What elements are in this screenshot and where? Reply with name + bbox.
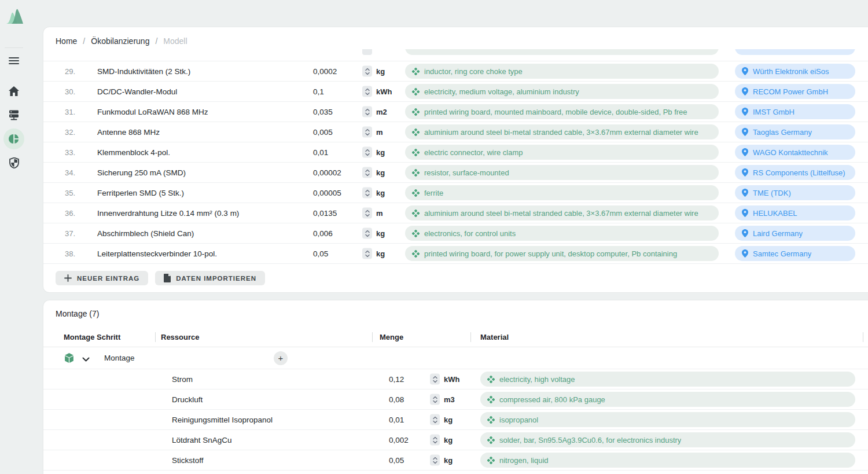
material-pill[interactable]: electric connector, wire clamp [405, 145, 719, 160]
material-diamonds-icon [412, 108, 420, 116]
add-resource-button[interactable]: + [274, 351, 288, 365]
quantity-stepper[interactable] [362, 66, 372, 77]
material-diamonds-icon [412, 128, 420, 136]
supplier-pill[interactable]: Samtec Germany [735, 246, 855, 261]
quantity-value[interactable]: 0,006 [313, 229, 333, 238]
montage-group-name[interactable]: Montage [104, 354, 135, 362]
quantity-stepper[interactable] [362, 248, 372, 259]
component-name[interactable]: DC/DC-Wandler-Modul [97, 87, 177, 96]
material-pill[interactable]: printed wiring board, mounted mainboard,… [405, 104, 719, 119]
new-entry-button[interactable]: NEUER EINTRAG [56, 271, 148, 285]
material-pill[interactable]: electricity, high voltage [480, 372, 855, 387]
quantity-value[interactable]: 0,005 [313, 128, 333, 137]
quantity-stepper[interactable] [362, 147, 372, 158]
quantity-value[interactable]: 0,08 [389, 395, 404, 404]
quantity-stepper[interactable] [430, 374, 440, 385]
quantity-stepper[interactable] [362, 167, 372, 178]
quantity-stepper[interactable] [430, 414, 440, 425]
material-diamonds-icon [412, 169, 420, 177]
quantity-value[interactable]: 0,05 [389, 456, 404, 465]
pie-chart-icon[interactable] [0, 128, 28, 149]
material-pill[interactable]: electricity, medium voltage, aluminium i… [405, 84, 719, 99]
material-pill[interactable]: electronics, for control units [405, 226, 719, 241]
supplier-pill[interactable]: Taoglas Germany [735, 124, 855, 139]
quantity-stepper[interactable] [430, 435, 440, 446]
quantity-stepper[interactable] [362, 86, 372, 97]
breadcrumb-section[interactable]: Ökobilanzierung [91, 36, 149, 46]
material-pill[interactable]: nitrogen, liquid [480, 453, 855, 468]
chevron-down-icon[interactable] [82, 354, 90, 365]
quantity-value[interactable]: 0,002 [389, 436, 409, 444]
material-pill[interactable]: ferrite [405, 185, 719, 200]
material-diamonds-icon [487, 457, 495, 464]
shield-icon[interactable] [0, 152, 28, 173]
material-diamonds-icon [412, 189, 420, 197]
unit-label: kg [376, 249, 385, 258]
component-name[interactable]: Funkmodul LoRaWAN 868 MHz [97, 108, 208, 116]
resource-name[interactable]: Lötdraht SnAgCu [172, 436, 232, 444]
app-logo[interactable] [4, 5, 26, 27]
quantity-value[interactable]: 0,01 [389, 416, 404, 424]
component-name[interactable]: Abschirmblech (Shield Can) [97, 229, 194, 238]
quantity-stepper[interactable] [362, 228, 372, 239]
supplier-pill[interactable]: HELUKABEL [735, 205, 855, 221]
quantity-stepper[interactable] [430, 394, 440, 405]
table-row: 30. DC/DC-Wandler-Modul 0,1 kWh electric… [43, 82, 868, 102]
server-icon[interactable] [0, 105, 28, 126]
component-name[interactable]: SMD-Induktivitäten (2 Stk.) [97, 67, 190, 76]
material-pill[interactable]: isopropanol [480, 412, 855, 427]
material-label: electronics, for control units [424, 229, 516, 238]
table-row: 33. Klemmenblock 4-pol. 0,01 kg electric… [43, 142, 868, 163]
resource-name[interactable]: Reinigungsmittel Isopropanol [172, 416, 273, 424]
breadcrumb-separator: / [155, 36, 157, 46]
quantity-stepper[interactable] [362, 106, 372, 117]
quantity-value[interactable]: 0,00005 [313, 189, 341, 197]
menu-icon[interactable] [0, 50, 28, 71]
material-label: printed wiring board, mounted mainboard,… [424, 108, 687, 116]
supplier-pill[interactable]: WAGO Kontakttechnik [735, 145, 855, 160]
quantity-stepper[interactable] [362, 127, 372, 138]
component-name[interactable]: Sicherung 250 mA (SMD) [97, 168, 186, 177]
material-pill[interactable]: aluminium around steel bi-metal stranded… [405, 124, 719, 139]
resource-name[interactable]: Druckluft [172, 395, 203, 404]
supplier-pill[interactable]: RECOM Power GmbH [735, 84, 855, 99]
material-label: electricity, high voltage [499, 375, 575, 384]
quantity-value[interactable]: 0,035 [313, 108, 333, 116]
component-name[interactable]: Klemmenblock 4-pol. [97, 148, 170, 157]
supplier-pill[interactable]: RS Components (Littelfuse) [735, 165, 855, 180]
material-pill[interactable]: aluminium around steel bi-metal stranded… [405, 205, 719, 221]
supplier-label: Laird Germany [753, 229, 803, 238]
component-name[interactable]: Innenverdrahtung Litze 0.14 mm² (0.3 m) [97, 209, 239, 218]
resource-name[interactable]: Stickstoff [172, 456, 204, 465]
supplier-pill[interactable]: TME (TDK) [735, 185, 855, 200]
material-diamonds-icon [412, 230, 420, 237]
resource-name[interactable]: Strom [172, 375, 193, 384]
quantity-value[interactable]: 0,05 [313, 249, 328, 258]
quantity-value[interactable]: 0,12 [389, 375, 404, 384]
quantity-stepper[interactable] [362, 188, 372, 199]
home-icon[interactable] [0, 80, 28, 101]
quantity-stepper[interactable] [362, 208, 372, 219]
quantity-value[interactable]: 0,0135 [313, 209, 337, 218]
supplier-pill[interactable]: Würth Elektronik eiSos [735, 64, 855, 79]
supplier-pill[interactable]: Laird Germany [735, 226, 855, 241]
material-pill[interactable]: printed wiring board, for power supply u… [405, 246, 719, 261]
material-label: electricity, medium voltage, aluminium i… [424, 87, 579, 96]
quantity-value[interactable]: 0,0002 [313, 67, 337, 76]
clipped-stepper [362, 49, 372, 55]
component-name[interactable]: Ferritperlen SMD (5 Stk.) [97, 189, 184, 197]
material-pill[interactable]: resistor, surface-mounted [405, 165, 719, 180]
material-pill[interactable]: inductor, ring core choke type [405, 64, 719, 79]
breadcrumb-home[interactable]: Home [56, 36, 77, 46]
supplier-pill[interactable]: IMST GmbH [735, 104, 855, 119]
material-pill[interactable]: solder, bar, Sn95.5Ag3.9Cu0.6, for elect… [480, 432, 855, 447]
quantity-value[interactable]: 0,1 [313, 87, 324, 96]
quantity-value[interactable]: 0,00002 [313, 168, 341, 177]
import-data-button[interactable]: DATEN IMPORTIEREN [155, 271, 265, 285]
component-name[interactable]: Leiterplattensteckverbinder 10-pol. [97, 249, 217, 258]
quantity-stepper[interactable] [430, 455, 440, 466]
component-name[interactable]: Antenne 868 MHz [97, 128, 160, 137]
table-row: 29. SMD-Induktivitäten (2 Stk.) 0,0002 k… [43, 61, 868, 82]
material-pill[interactable]: compressed air, 800 kPa gauge [480, 392, 855, 407]
quantity-value[interactable]: 0,01 [313, 148, 328, 157]
